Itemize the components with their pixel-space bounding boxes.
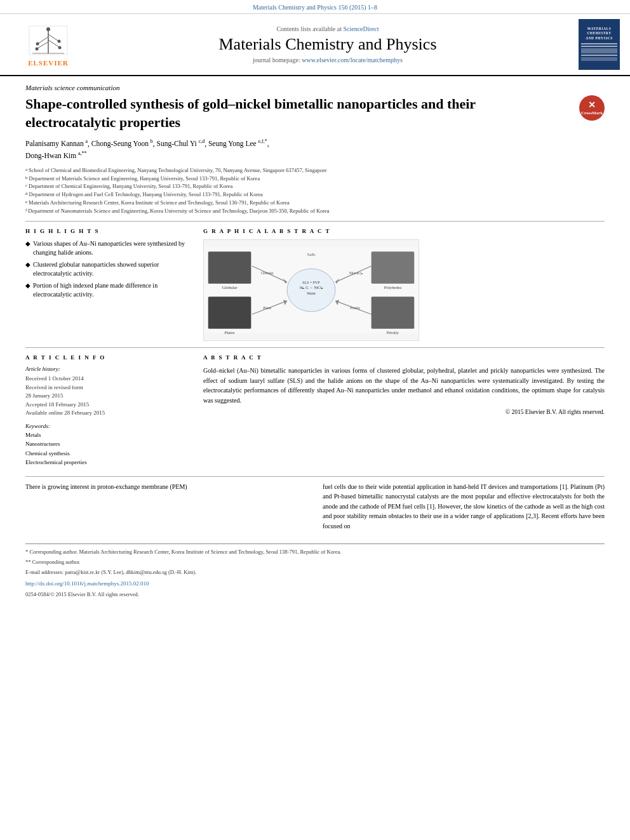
divider-highlights [25,221,605,222]
affiliation-c: c Department of Chemical Engineering, Ha… [25,182,605,190]
journal-center-info: Contents lists available at ScienceDirec… [86,25,569,63]
svg-text:H₂, G → NiCl₂: H₂, G → NiCl₂ [300,286,323,290]
svg-point-10 [58,39,61,43]
article-info-left: A R T I C L E I N F O Article history: R… [25,354,191,467]
graphical-abstract-header: G R A P H I C A L A B S T R A C T [203,228,605,234]
abstract-header: A B S T R A C T [203,354,605,361]
crossmark-badge[interactable]: ✕ CrossMark [579,95,605,121]
intro-columns: There is growing interest in proton-exch… [25,482,605,535]
footnote-email: E-mail addresses: patra@kist.re.kr (S.Y.… [25,568,605,577]
svg-text:Globular: Globular [222,286,238,290]
svg-text:Globular: Globular [261,271,274,275]
graphical-abstract-svg: Globular Polyhedra Plates Prickly [204,239,419,341]
received-date: Received 1 October 2014 [25,375,191,383]
article-type: Materials science communication [25,84,605,91]
authors-list: Palanisamy Kannan a, Chong-Seung Yoon b,… [25,138,605,161]
svg-rect-18 [208,297,251,330]
footnote-corresponding1: * Corresponding author. Materials Archit… [25,548,605,556]
abstract-text: Gold–nickel (Au–Ni) bimetallic nanoparti… [203,366,605,405]
journal-header: ELSEVIER Contents lists available at Sci… [0,14,630,76]
graphical-abstract-image: Globular Polyhedra Plates Prickly [203,239,419,341]
abstract-section: A B S T R A C T Gold–nickel (Au–Ni) bime… [203,354,605,467]
journal-cover: MATERIALS CHEMISTRY AND PHYSICS [569,19,620,70]
journal-ref-text: Materials Chemistry and Physics 156 (201… [253,4,377,11]
highlight-item-2: ◆ Clustered globular nanoparticles showe… [25,260,191,278]
highlights-abstract-section: H I G H L I G H T S ◆ Various shapes of … [25,228,605,341]
copyright-bottom: 0254-0584/© 2015 Elsevier B.V. All right… [25,590,605,599]
journal-homepage: journal homepage: www.elsevier.com/locat… [86,57,569,63]
article-info-header: A R T I C L E I N F O [25,354,191,361]
intro-left-para: There is growing interest in proton-exch… [25,482,307,492]
svg-text:Plates: Plates [224,331,234,335]
footnotes: * Corresponding author. Materials Archit… [25,543,605,599]
svg-rect-16 [372,252,415,284]
keyword-3: Chemical synthesis [25,449,191,458]
svg-text:NaBr: NaBr [307,253,316,257]
svg-point-12 [58,46,62,49]
svg-text:Prickly: Prickly [387,331,399,335]
keyword-2: Nanostructures [25,439,191,448]
revised-date: 28 January 2015 [25,392,191,401]
intro-col-right: fuel cells due to their wide potential a… [323,482,605,535]
svg-point-22 [287,269,335,312]
accepted-date: Accepted 18 February 2015 [25,401,191,410]
article-title: Shape-controlled synthesis of gold–nicke… [25,95,579,131]
affiliation-a: a School of Chemical and Biomedical Engi… [25,166,605,175]
revised-label: Received in revised form [25,383,191,392]
svg-point-9 [36,42,39,45]
affiliations: a School of Chemical and Biomedical Engi… [25,166,605,215]
intro-right-para: fuel cells due to their wide potential a… [323,482,605,531]
affiliation-f: f Department of Nanomaterials Science an… [25,207,605,215]
svg-rect-14 [208,252,251,284]
highlight-item-1: ◆ Various shapes of Au–Ni nanoparticles … [25,239,191,257]
highlights-section: H I G H L I G H T S ◆ Various shapes of … [25,228,191,341]
sciencedirect-anchor[interactable]: ScienceDirect [343,25,379,32]
article-body: Materials science communication Shape-co… [0,76,630,599]
graphical-abstract-section: G R A P H I C A L A B S T R A C T Globul… [203,228,605,341]
affiliation-d: d Department of Hydrogen and Fuel Cell T… [25,190,605,199]
keyword-4: Electrochemical properties [25,458,191,467]
svg-point-11 [36,47,39,50]
svg-text:SLS + PVP: SLS + PVP [302,281,320,284]
elsevier-logo: ELSEVIER [10,23,86,67]
crossmark-icon: ✕ CrossMark [579,95,605,121]
svg-text:Prickly: Prickly [350,306,360,310]
highlights-header: H I G H L I G H T S [25,228,191,234]
svg-rect-20 [372,297,415,330]
homepage-link[interactable]: www.elsevier.com/locate/matchemphys [302,57,403,63]
elsevier-emblem-icon [26,23,70,58]
affiliation-b: b Department of Materials Science and En… [25,175,605,183]
svg-text:Plates: Plates [263,306,271,310]
intro-col-left: There is growing interest in proton-exch… [25,482,307,535]
journal-cover-image: MATERIALS CHEMISTRY AND PHYSICS [579,19,620,70]
article-history-label: Article history: [25,366,191,372]
svg-text:Water: Water [307,291,316,295]
keywords-label: Keywords: [25,423,191,429]
doi-link[interactable]: http://dx.doi.org/10.1016/j.matchemphys.… [25,580,605,589]
divider-article-info [25,347,605,348]
svg-text:Ni(acac)₂: Ni(acac)₂ [349,271,363,276]
svg-point-8 [46,27,50,31]
keyword-1: Metals [25,430,191,439]
footnote-corresponding2: ** Corresponding author. [25,558,605,566]
abstract-copyright: © 2015 Elsevier B.V. All rights reserved… [203,409,605,415]
svg-text:Polyhedra: Polyhedra [384,286,401,290]
sciencedirect-link: Contents lists available at ScienceDirec… [86,25,569,32]
journal-title: Materials Chemistry and Physics [86,35,569,54]
article-info-abstract: A R T I C L E I N F O Article history: R… [25,354,605,467]
journal-reference: Materials Chemistry and Physics 156 (201… [0,0,630,14]
article-title-row: Shape-controlled synthesis of gold–nicke… [25,95,605,131]
keywords-section: Keywords: Metals Nanostructures Chemical… [25,423,191,467]
introduction-section: There is growing interest in proton-exch… [25,476,605,535]
highlight-item-3: ◆ Portion of high indexed plane made dif… [25,281,191,299]
available-date: Available online 28 February 2015 [25,409,191,418]
publisher-logo: ELSEVIER [10,23,86,67]
affiliation-e: e Materials Architecturing Research Cent… [25,199,605,207]
elsevier-brand-text: ELSEVIER [28,59,69,67]
